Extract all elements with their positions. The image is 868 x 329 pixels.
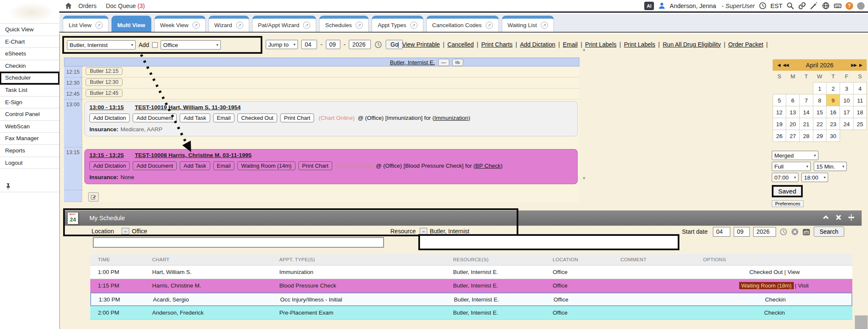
cell-options[interactable]: Checked Out | View — [696, 269, 852, 275]
calendar-day[interactable]: 23 — [826, 118, 840, 130]
calendar-day[interactable]: 24 — [840, 118, 854, 130]
appointment-time-link[interactable]: 13:15 - 13:25 — [89, 152, 124, 158]
appointment-action-button[interactable]: Print Chart — [298, 161, 332, 170]
appointment-action-button[interactable]: Checked Out — [237, 113, 277, 122]
globe-icon[interactable] — [822, 2, 830, 10]
cell-chart[interactable]: Acardi, Sergio — [145, 296, 273, 303]
tab[interactable]: Cancellation Codes ↗ — [426, 16, 499, 32]
open-in-new-window-icon[interactable]: ↗ — [95, 22, 103, 29]
clock-icon[interactable] — [759, 2, 767, 10]
avatar[interactable] — [857, 2, 865, 10]
appointment-time-link[interactable]: 13:00 - 13:15 — [89, 104, 124, 111]
schedule-scrollbar[interactable]: ▲ ▼ — [581, 47, 587, 186]
toolbar-link[interactable]: View Printable — [402, 41, 440, 48]
calendar-next-icon[interactable]: ▶ — [859, 63, 862, 67]
calendar-day[interactable]: 8 — [813, 94, 827, 106]
calendar-day[interactable]: 25 — [853, 118, 867, 130]
table-row[interactable]: 1:00 PM Hart, William S. Immunization Bu… — [90, 265, 852, 279]
cell-chart[interactable]: Anderson, Frederick — [145, 310, 272, 316]
user-name[interactable]: Anderson, Jenna — [670, 3, 716, 9]
open-in-new-window-icon[interactable]: ↗ — [192, 22, 200, 29]
start-day-input[interactable]: 09 — [734, 227, 750, 237]
tab[interactable]: Waiting List ↗ — [502, 16, 554, 32]
toolbar-link[interactable]: Print Charts — [481, 41, 512, 48]
toolbar-link[interactable]: Run All Drug Eligibility — [663, 41, 721, 48]
sidebar-item[interactable]: E-Sign — [0, 97, 59, 109]
calendar-day[interactable]: 22 — [813, 118, 827, 130]
calendar-day[interactable] — [786, 82, 800, 94]
tab[interactable]: Pat/Appt Wizard ↗ — [252, 16, 317, 32]
sidebar-item[interactable]: Checkin — [0, 60, 59, 72]
appointment-action-button[interactable]: Add Task — [180, 161, 210, 170]
calendar-icon[interactable] — [802, 228, 810, 236]
add-checkbox[interactable] — [152, 42, 158, 48]
calendar-day[interactable]: 10 — [840, 94, 854, 106]
tab[interactable]: Week View ↗ — [154, 16, 206, 32]
calendar-day[interactable]: 15 — [813, 106, 827, 118]
start-year-input[interactable]: 2026 — [753, 227, 776, 237]
calendar-day[interactable]: 18 — [853, 106, 867, 118]
cell-options[interactable]: Checkin — [696, 296, 853, 303]
jump-to-select[interactable]: Jump to▾ — [266, 40, 298, 49]
tab[interactable]: List View ↗ — [63, 16, 108, 32]
appointment-action-button[interactable]: Add Task — [180, 113, 210, 122]
sidebar-item[interactable]: Quick View — [0, 24, 59, 36]
cell-chart[interactable]: Harris, Christine M. — [145, 282, 272, 289]
calendar-day[interactable]: 6 — [786, 94, 800, 106]
table-row[interactable]: 2:00 PM Anderson, Frederick Pre-Placemen… — [90, 306, 852, 320]
menu-orders[interactable]: Orders — [78, 3, 97, 9]
options-links[interactable]: Checkin — [764, 310, 785, 316]
search-button[interactable]: Search — [814, 227, 844, 237]
calendar-day[interactable] — [853, 130, 867, 142]
appointment-action-button[interactable]: Email — [213, 161, 235, 170]
free-slot-button[interactable]: Butler 12:45 — [86, 89, 122, 97]
resource-minus-button[interactable]: – — [420, 228, 427, 235]
toolbar-link[interactable]: Print Labels — [624, 41, 655, 48]
home-icon[interactable] — [64, 2, 72, 10]
location-minus-button[interactable]: – — [122, 228, 129, 235]
help-icon[interactable]: ? — [846, 2, 853, 10]
calendar-day[interactable] — [773, 82, 787, 94]
size-select[interactable]: Full▾ — [772, 162, 811, 171]
appointment-action-button[interactable]: Waiting Room (14m) — [237, 161, 295, 170]
resize-corner[interactable] — [855, 315, 868, 329]
options-links[interactable]: Checked Out | View — [749, 269, 800, 275]
fb-button[interactable]: f/b — [452, 59, 463, 66]
sidebar-item[interactable]: Task List — [0, 84, 59, 97]
open-in-new-window-icon[interactable]: ↗ — [486, 22, 493, 29]
minimize-column-button[interactable]: — — [438, 59, 449, 66]
interval-select[interactable]: 15 Min.▾ — [814, 162, 847, 171]
options-links[interactable]: Checkin — [765, 296, 786, 303]
clear-date-icon[interactable] — [791, 228, 799, 236]
free-slot-button[interactable]: Butler 12:30 — [86, 78, 122, 86]
search-icon[interactable] — [786, 2, 794, 10]
calendar-day[interactable]: 28 — [799, 130, 813, 142]
appt-type-link[interactable]: BP Check — [476, 163, 501, 169]
patient-link[interactable]: TEST-10008 Harris, Christine M. 03-11-19… — [135, 152, 251, 158]
provider-column-link[interactable]: Butler, Internist E. — [390, 59, 435, 66]
calendar-day[interactable]: 27 — [786, 130, 800, 142]
appointment-card-harris[interactable]: 13:15 - 13:25 TEST-10008 Harris, Christi… — [84, 149, 578, 184]
sidebar-item[interactable]: eSheets — [0, 48, 59, 60]
calendar-day[interactable] — [840, 130, 854, 142]
end-time-select[interactable]: 18:00▾ — [801, 173, 828, 182]
my-schedule-header[interactable]: MAY 24 My Schedule — [64, 210, 862, 226]
calendar-day[interactable] — [799, 82, 813, 94]
patient-link[interactable]: TEST-10019 Hart, William S. 11-30-1954 — [135, 104, 241, 111]
edit-note-button[interactable] — [88, 192, 99, 202]
sidebar-item[interactable]: Logout — [0, 157, 59, 169]
location-select[interactable]: Office▾ — [161, 40, 221, 50]
sidebar-item[interactable]: Fax Manager — [0, 133, 59, 145]
calendar-day[interactable]: 21 — [799, 118, 813, 130]
calendar-day[interactable]: 5 — [773, 94, 787, 106]
appointment-card-hart[interactable]: 13:00 - 13:15 TEST-10019 Hart, William S… — [84, 101, 578, 136]
open-in-new-window-icon[interactable]: ↗ — [236, 22, 243, 29]
wand-icon[interactable] — [810, 2, 818, 10]
appointment-action-button[interactable]: Add Document — [133, 161, 177, 170]
preferences-button[interactable]: Preferences — [772, 200, 804, 207]
pin-icon[interactable] — [6, 183, 11, 190]
ai-badge[interactable]: AI — [644, 2, 654, 10]
appointment-action-button[interactable]: Add Dictation — [89, 113, 130, 122]
appointment-action-button[interactable]: Email — [213, 113, 235, 122]
calendar-prev-year-icon[interactable]: ◀◀ — [783, 63, 788, 67]
